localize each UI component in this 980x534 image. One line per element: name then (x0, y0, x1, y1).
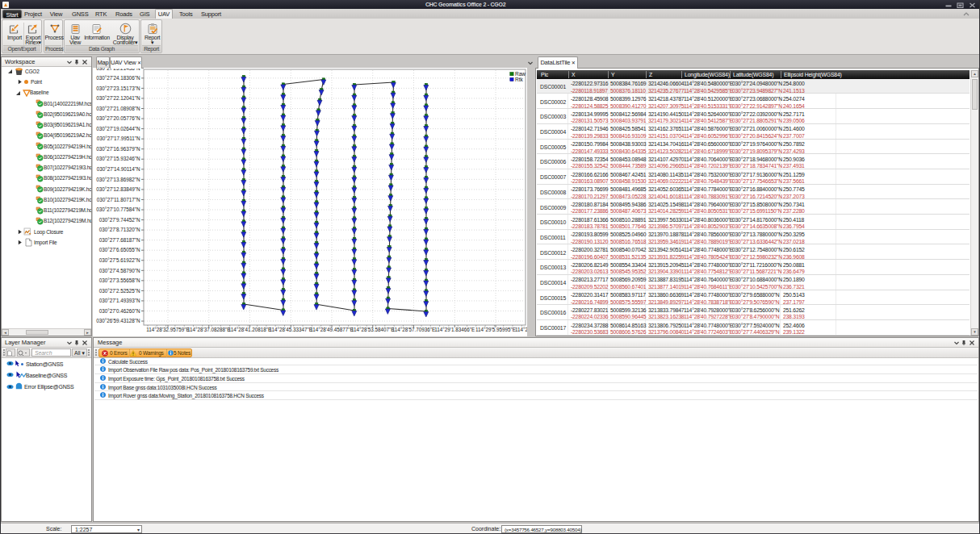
svg-text:114°29'10.08524"E: 114°29'10.08524"E (515, 327, 527, 332)
svg-text:030°27'12.83849"N: 030°27'12.83849"N (96, 186, 140, 192)
svg-text:030°27'0.46260"N: 030°27'0.46260"N (99, 308, 140, 314)
svg-text:030°27'11.80717"N: 030°27'11.80717"N (97, 197, 140, 202)
svg-text:030°27'1.49393"N: 030°27'1.49393"N (99, 298, 140, 303)
svg-text:114°28'45.33347"E: 114°28'45.33347"E (270, 327, 312, 332)
svg-text:030°27'22.12041"N: 030°27'22.12041"N (96, 95, 140, 101)
svg-text:030°27'13.86982"N: 030°27'13.86982"N (96, 177, 140, 182)
svg-text:030°27'16.96379"N: 030°27'16.96379"N (96, 146, 140, 152)
svg-text:030°27'24.18306"N: 030°27'24.18306"N (96, 75, 140, 81)
svg-text:030°27'8.71320"N: 030°27'8.71320"N (99, 227, 140, 232)
svg-text:114°28'53.58407"E: 114°28'53.58407"E (351, 327, 394, 332)
svg-text:030°27'20.05776"N: 030°27'20.05776"N (96, 115, 140, 121)
svg-text:030°27'3.55658"N: 030°27'3.55658"N (99, 277, 140, 283)
svg-text:030°27'17.99511"N: 030°27'17.99511"N (97, 136, 140, 141)
svg-text:114°28'41.20818"E: 114°28'41.20818"E (228, 327, 271, 332)
svg-text:030°27'10.77584"N: 030°27'10.77584"N (96, 207, 140, 212)
svg-text:114°29'1.83466"E: 114°29'1.83466"E (434, 327, 475, 332)
svg-text:114°28'32.95759"E: 114°28'32.95759"E (146, 327, 189, 332)
svg-text:030°27'9.74452"N: 030°27'9.74452"N (99, 217, 140, 223)
svg-text:114°28'49.45877"E: 114°28'49.45877"E (310, 327, 353, 332)
svg-text:030°27'7.68187"N: 030°27'7.68187"N (99, 237, 140, 243)
svg-text:030°27'4.58790"N: 030°27'4.58790"N (99, 268, 140, 273)
svg-text:030°27'23.15173"N: 030°27'23.15173"N (96, 86, 140, 91)
svg-text:030°27'15.93246"N: 030°27'15.93246"N (96, 156, 140, 161)
svg-text:030°26'59.43128"N: 030°26'59.43128"N (96, 318, 140, 323)
svg-text:030°27'2.52525"N: 030°27'2.52525"N (99, 288, 140, 294)
svg-text:030°27'5.61922"N: 030°27'5.61922"N (99, 257, 140, 263)
svg-text:030°27'14.90114"N: 030°27'14.90114"N (97, 166, 140, 172)
svg-text:030°27'21.08908"N: 030°27'21.08908"N (96, 106, 140, 111)
svg-text:114°28'57.70936"E: 114°28'57.70936"E (392, 327, 435, 332)
svg-text:030°27'6.65055"N: 030°27'6.65055"N (99, 247, 140, 252)
svg-text:030°27'19.02644"N: 030°27'19.02644"N (96, 126, 140, 131)
svg-text:Rtk: Rtk (515, 77, 524, 82)
svg-text:114°29'5.95995"E: 114°29'5.95995"E (475, 327, 516, 332)
svg-text:114°28'37.08288"E: 114°28'37.08288"E (187, 327, 230, 332)
